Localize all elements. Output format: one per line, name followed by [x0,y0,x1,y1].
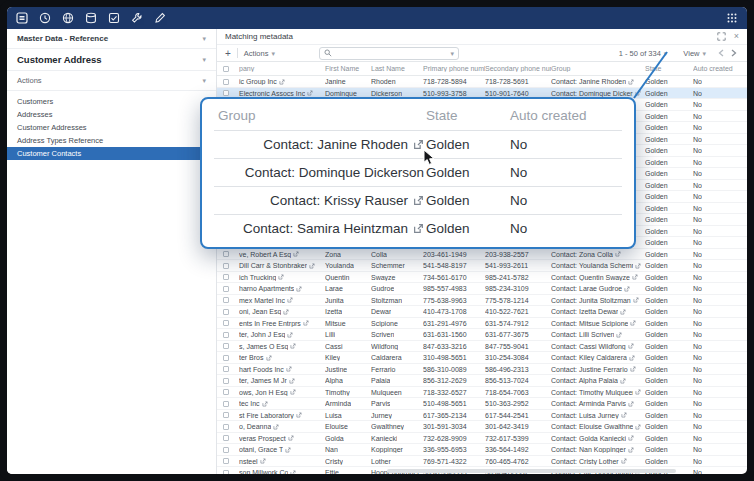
table-row[interactable]: ich TruckingQuentinSwayze734-561-6170985… [217,272,747,284]
open-record-icon[interactable] [628,435,634,441]
column-header-last-name[interactable]: Last Name [371,65,423,72]
expand-icon[interactable] [717,32,726,41]
next-page-icon[interactable] [731,49,737,57]
open-record-icon[interactable] [620,309,626,315]
row-checkbox[interactable] [223,90,229,96]
sidebar-item-addresses[interactable]: Addresses [7,108,216,121]
magnifier-row[interactable]: Contact: Krissy RauserGoldenNo [214,186,622,214]
browse-data-icon[interactable] [85,12,97,24]
open-record-icon[interactable] [296,412,302,418]
row-checkbox[interactable] [223,412,229,418]
magnifier-row[interactable]: Contact: Dominque DickersonGoldenNo [214,158,622,186]
row-checkbox[interactable] [223,309,229,315]
table-row[interactable]: ter, James M JrAlphaPalaia856-312-262985… [217,375,747,387]
open-record-icon[interactable] [624,286,630,292]
open-record-icon[interactable] [286,366,292,372]
view-button[interactable]: View ▾ [683,49,706,58]
row-checkbox[interactable] [223,366,229,372]
pagination-range[interactable]: 1 - 50 of 334 ▾ [619,49,668,58]
open-record-icon[interactable] [262,401,268,407]
open-record-icon[interactable] [285,447,291,453]
app-logo-icon[interactable] [16,12,28,24]
table-row[interactable]: ents In Free EntrprsMitsueScipione631-29… [217,318,747,330]
magnifier-group-text[interactable]: Contact: Krissy Rauser [270,193,408,208]
open-record-icon[interactable] [630,366,636,372]
model-selector[interactable]: Master Data - Reference ▾ [7,29,216,49]
open-record-icon[interactable] [289,378,295,384]
open-record-icon[interactable] [633,297,639,303]
row-checkbox[interactable] [223,355,229,361]
row-checkbox[interactable] [223,424,229,430]
row-checkbox[interactable] [223,297,229,303]
magnifier-row[interactable]: Contact: Samira HeintzmanGoldenNo [214,214,622,242]
row-checkbox[interactable] [223,332,229,338]
open-record-icon[interactable] [635,424,641,430]
add-button[interactable]: + [225,48,231,59]
open-record-icon[interactable] [635,389,641,395]
pencil-icon[interactable] [154,12,166,24]
row-checkbox[interactable] [223,286,229,292]
open-record-icon[interactable] [296,286,302,292]
previous-page-icon[interactable] [718,49,724,57]
open-record-icon[interactable] [303,320,309,326]
horizontal-scrollbar-thumb[interactable] [387,469,677,473]
open-record-icon[interactable] [616,332,622,338]
magnifier-group-text[interactable]: Contact: Dominque Dickerson [245,165,424,180]
open-record-icon[interactable] [290,343,296,349]
history-icon[interactable] [39,12,51,24]
sidebar-item-customer-contacts[interactable]: Customer Contacts [7,147,216,160]
open-record-icon[interactable] [283,309,289,315]
table-row[interactable]: tec IncArmindaParvis510-498-5651510-363-… [217,398,747,410]
search-input[interactable] [335,48,447,59]
actions-button[interactable]: Actions ▾ [244,49,275,58]
row-checkbox[interactable] [223,320,229,326]
open-record-icon[interactable] [628,401,634,407]
open-record-icon[interactable] [293,251,299,257]
open-record-icon[interactable] [635,263,641,269]
table-row[interactable]: ter, John J EsqLilliScriven631-631-15606… [217,329,747,341]
open-record-icon[interactable] [266,355,272,361]
column-header-secondary-phone-number[interactable]: Secondary phone number [485,65,551,72]
column-header-state[interactable]: State [645,65,693,72]
open-record-icon[interactable] [620,378,626,384]
apps-grid-icon[interactable] [726,12,738,24]
table-row[interactable]: ows, Jon H EsqTimothyMulqueen718-332-652… [217,387,747,399]
select-all-checkbox[interactable] [223,66,229,72]
table-row[interactable]: st Fire LaboratoryLuisaJurney617-365-213… [217,410,747,422]
open-record-icon[interactable] [632,274,638,280]
sidebar-actions-button[interactable]: Actions ▾ [7,71,216,91]
row-checkbox[interactable] [223,389,229,395]
magnifier-group-text[interactable]: Contact: Janine Rhoden [263,137,408,152]
table-row[interactable]: nsteelCristyLother769-571-4322760-465-47… [217,456,747,468]
open-record-icon[interactable] [621,458,627,464]
table-row[interactable]: s, James O EsqCassiWildfong847-633-32168… [217,341,747,353]
row-checkbox[interactable] [223,378,229,384]
open-record-icon[interactable] [287,332,293,338]
magnifier-group-text[interactable]: Contact: Samira Heintzman [243,221,408,236]
close-icon[interactable]: × [734,32,739,41]
magnifier-row[interactable]: Contact: Janine RhodenGoldenNo [214,130,622,158]
table-row[interactable]: ter BrosKileyCaldarera310-498-5651310-25… [217,352,747,364]
open-record-icon[interactable] [413,223,424,234]
column-header-group[interactable]: Group [551,65,645,72]
row-checkbox[interactable] [223,458,229,464]
open-record-icon[interactable] [629,355,635,361]
row-checkbox[interactable] [223,251,229,257]
sidebar-item-customers[interactable]: Customers [7,95,216,108]
entity-selector[interactable]: Customer Address ▾ [7,49,216,71]
open-record-icon[interactable] [273,424,279,430]
sidebar-item-customer-addresses[interactable]: Customer Addresses [7,121,216,134]
table-row[interactable]: hart Foods IncJustineFerrario586-310-008… [217,364,747,376]
table-row[interactable]: ic Group IncJanineRhoden718-728-5894718-… [217,76,747,88]
row-checkbox[interactable] [223,401,229,407]
globe-icon[interactable] [62,12,74,24]
open-record-icon[interactable] [279,79,285,85]
open-record-icon[interactable] [628,343,634,349]
tasks-icon[interactable] [108,12,120,24]
row-checkbox[interactable] [223,263,229,269]
column-header-primary-phone-number[interactable]: Primary phone number [423,65,485,72]
open-record-icon[interactable] [260,458,266,464]
column-header-first-name[interactable]: First Name [325,65,371,72]
open-record-icon[interactable] [287,297,293,303]
sidebar-item-address-types-reference[interactable]: Address Types Reference [7,134,216,147]
